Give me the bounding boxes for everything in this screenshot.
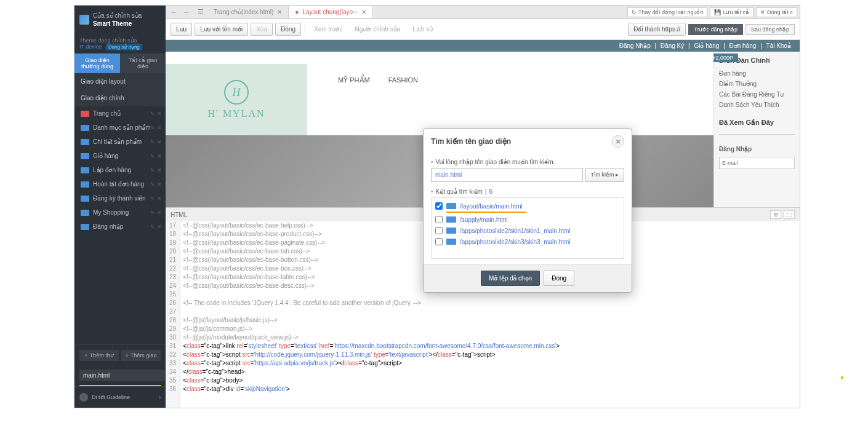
badge-icon	[81, 210, 89, 216]
sync-button[interactable]: Người chỉnh sửa	[350, 23, 405, 35]
save-all-button[interactable]: 💾Lưu tất cả	[710, 7, 753, 17]
sidebar-item-myshopping[interactable]: My Shopping✎ ✕	[74, 205, 166, 220]
save-button[interactable]: Lưu	[171, 23, 192, 36]
modal-prompt: Vui lòng nhập tên giao diện muốn tìm kiế…	[431, 159, 624, 165]
results-list: /layout/basic/main.html /supply/main.htm…	[431, 197, 624, 259]
file-badge-icon	[446, 239, 456, 245]
sidebar-tab-all[interactable]: Tất cả giao diện	[120, 54, 166, 73]
results-label: Kết quả tìm kiếm | 6	[431, 188, 624, 195]
login-label: Đăng Nhập	[719, 144, 795, 154]
list-item[interactable]: Điểm Thưởng	[719, 79, 795, 89]
site-logo[interactable]: H H' MYLAN	[166, 64, 307, 135]
plus-icon: +	[126, 352, 129, 359]
add-folder-button[interactable]: +Thêm thư	[79, 350, 119, 361]
tab-layout[interactable]: ● Layout chung(layo··· ✕	[289, 6, 373, 18]
app-title: Cửa sổ chỉnh sửa Smart Theme	[93, 12, 142, 28]
workspace: ← → ☰ Trang chủ(index.html) ✕ ● Layout c…	[166, 6, 800, 408]
sidebar-item-login[interactable]: Đăng nhập✎ ✕	[74, 220, 166, 234]
view-after-login[interactable]: Sau đăng nhập	[745, 24, 795, 35]
recent-title: Đã Xem Gần Đây	[719, 119, 795, 127]
preview-topnav: Đăng Nhập | Đăng Ký | Giỏ hàng | Đơn hàn…	[166, 40, 800, 52]
badge-icon	[81, 125, 89, 131]
result-checkbox[interactable]	[435, 238, 443, 245]
sidebar-item-order[interactable]: Lập đơn hàng✎ ✕	[74, 163, 166, 177]
theme-info: Theme đang chỉnh sửa IT device Đang sử d…	[74, 34, 166, 54]
app-logo	[79, 15, 89, 25]
modal-close-button[interactable]: ✕	[612, 135, 624, 148]
guideline-link[interactable]: i Đi tới Guideline ›	[74, 386, 166, 408]
sidebar-item-home[interactable]: Trang chủ✎ ✕	[74, 106, 166, 121]
highlight-underline	[446, 212, 526, 213]
sidebar-item-category[interactable]: Danh mục sản phẩm✎ ✕	[74, 121, 166, 135]
badge-icon	[81, 153, 89, 159]
badge-icon	[81, 196, 89, 202]
search-modal: Tìm kiếm tên giao diện ✕ Vui lòng nhập t…	[423, 129, 632, 293]
reload-source-button[interactable]: ↻Thay đổi đồng loạt nguồn	[627, 7, 708, 17]
item-actions[interactable]: ✎ ✕	[150, 111, 162, 117]
badge-icon	[81, 167, 89, 173]
section-main: Giao diện chính	[74, 90, 166, 106]
code-label: HTML	[171, 212, 187, 218]
save-as-button[interactable]: Lưu với tên mới	[195, 23, 248, 36]
modal-search-input[interactable]	[431, 168, 583, 182]
logo-monogram: H	[224, 80, 249, 105]
nav-item[interactable]: FASHION	[388, 76, 418, 84]
delete-button[interactable]: Xóa	[251, 23, 273, 36]
split-view-icon[interactable]: ⊞	[770, 210, 781, 219]
result-item[interactable]: /supply/main.html	[434, 214, 621, 225]
sidebar: Cửa sổ chỉnh sửa Smart Theme Theme đang …	[74, 6, 166, 408]
history-button[interactable]: Lịch sử	[408, 23, 438, 35]
nav-forward-icon[interactable]: →	[180, 9, 191, 15]
view-before-login[interactable]: Trước đăng nhập	[688, 24, 743, 35]
badge-icon	[81, 181, 89, 188]
sidebar-item-cart[interactable]: Giỏ hàng✎ ✕	[74, 149, 166, 163]
sidebar-item-complete[interactable]: Hoàn tất đơn hàng✎ ✕	[74, 177, 166, 191]
list-item[interactable]: Các Bài Đăng Riêng Tư	[719, 89, 795, 100]
list-icon[interactable]: ☰	[194, 8, 207, 16]
result-checkbox[interactable]	[435, 227, 443, 234]
modal-search-button[interactable]: Tìm kiếm ▸	[585, 168, 625, 182]
save-icon: 💾	[714, 9, 721, 15]
sidebar-item-register[interactable]: Đăng ký thành viên✎ ✕	[74, 191, 166, 205]
file-badge-icon	[446, 228, 456, 234]
close-button[interactable]: Đóng	[275, 23, 301, 36]
nav-item[interactable]: MỸ PHẨM	[338, 76, 370, 84]
sidebar-tab-common[interactable]: Giao diện thường dùng	[74, 54, 120, 73]
fullscreen-icon[interactable]: ⛶	[784, 210, 795, 219]
result-checkbox[interactable]	[435, 216, 443, 223]
sidebar-item-detail[interactable]: Chi tiết sản phẩm✎ ✕	[74, 135, 166, 149]
result-item[interactable]: /layout/basic/main.html	[434, 200, 621, 212]
tab-index[interactable]: Trang chủ(index.html) ✕	[207, 6, 289, 18]
modal-close-button-2[interactable]: Đóng	[544, 271, 574, 286]
preview-right-column: Diễn Đàn Chính Đơn hàng Điểm Thưởng Các …	[713, 52, 800, 207]
sidebar-items: Trang chủ✎ ✕ Danh mục sản phẩm✎ ✕ Chi ti…	[74, 106, 166, 234]
modal-title: Tìm kiếm tên giao diện	[431, 137, 511, 146]
badge-icon	[81, 139, 89, 145]
add-layout-button[interactable]: +Thêm giao	[121, 350, 161, 361]
badge-icon	[81, 111, 89, 117]
chevron-right-icon: ›	[159, 394, 161, 400]
result-item[interactable]: /apps/photoslide2/skin1/skin1_main.html	[434, 225, 621, 236]
toolbar: Lưu Lưu với tên mới Xóa Đóng Xem trước N…	[166, 19, 800, 40]
sidebar-search-input[interactable]	[79, 370, 165, 381]
open-selected-button[interactable]: Mở tệp đã chọn	[481, 271, 540, 286]
list-item[interactable]: Danh Sách Yêu Thích	[719, 100, 795, 110]
close-all-button[interactable]: ✕Đóng tất c	[756, 7, 797, 17]
close-icon[interactable]: ✕	[361, 9, 366, 15]
close-icon[interactable]: ✕	[277, 9, 282, 15]
switch-https-button[interactable]: Đổi thành https://	[628, 23, 686, 36]
result-item[interactable]: /apps/photoslide2/skin3/skin3_main.html	[434, 236, 621, 247]
indicator-dot	[841, 376, 843, 379]
plus-icon: +	[84, 352, 87, 359]
info-icon: i	[79, 393, 88, 402]
email-field[interactable]	[719, 157, 795, 169]
close-icon: ✕	[760, 9, 765, 15]
result-checkbox[interactable]	[435, 202, 443, 210]
nav-back-icon[interactable]: ←	[168, 9, 179, 15]
theme-status-badge: Đang sử dụng	[106, 44, 142, 50]
badge-icon	[81, 224, 89, 230]
tab-bar: ← → ☰ Trang chủ(index.html) ✕ ● Layout c…	[166, 6, 800, 19]
list-item[interactable]: Đơn hàng	[719, 68, 795, 79]
sidebar-header: Cửa sổ chỉnh sửa Smart Theme	[74, 6, 166, 34]
preview-button[interactable]: Xem trước	[309, 23, 347, 35]
